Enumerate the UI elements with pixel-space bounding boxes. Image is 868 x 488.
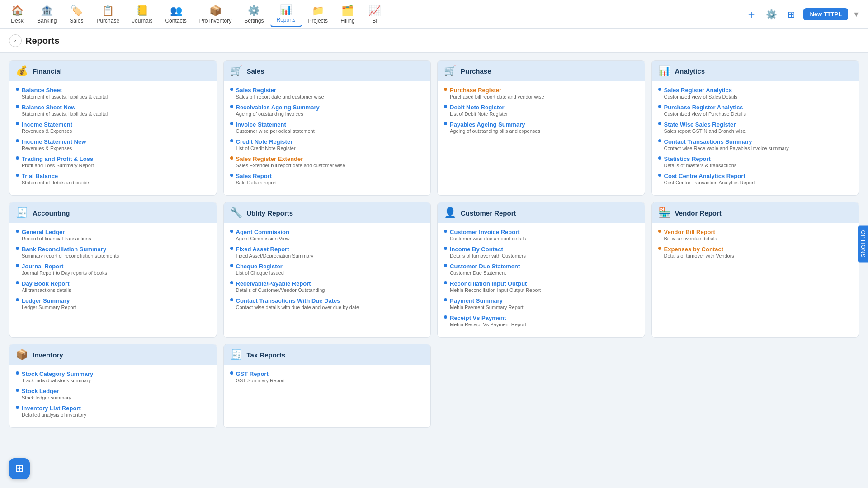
receipt-vs-payment-link[interactable]: Receipt Vs Payment — [450, 314, 506, 321]
dot-icon — [16, 122, 19, 125]
stock-ledger-link[interactable]: Stock Ledger — [22, 388, 59, 394]
nav-purchase[interactable]: 📋 Purchase — [90, 2, 126, 27]
list-item: Sales Report Sale Details report — [230, 173, 425, 185]
list-item: Day Book Report All transactions details — [16, 280, 210, 293]
nav-pro-inventory[interactable]: 📦 Pro Inventory — [193, 2, 238, 27]
sales-register-extender-link[interactable]: Sales Register Extender — [236, 155, 303, 162]
dot-icon — [16, 230, 19, 233]
dot-icon — [444, 315, 447, 319]
vendor-card-header: 🏪 Vendor Report — [652, 202, 859, 223]
receivable-payable-report-link[interactable]: Receivable/Payable Report — [236, 280, 311, 287]
company-name[interactable]: New TTTPL — [803, 8, 848, 20]
contact-transactions-summary-link[interactable]: Contact Transactions Summary — [664, 138, 752, 145]
contact-transactions-due-link[interactable]: Contact Transactions With Due Dates — [236, 297, 340, 304]
dot-icon — [16, 298, 19, 301]
trading-pl-link[interactable]: Trading and Profit & Loss — [22, 155, 93, 162]
list-item: Customer Invoice Report Customer wise du… — [444, 229, 638, 241]
debit-note-register-link[interactable]: Debit Note Register — [450, 104, 505, 111]
purchase-register-link[interactable]: Purchase Register — [450, 87, 501, 94]
credit-note-register-link[interactable]: Credit Note Register — [236, 138, 293, 145]
settings-icon: ⚙️ — [248, 5, 260, 17]
dot-icon — [658, 122, 661, 125]
cost-centre-analytics-link[interactable]: Cost Centre Analytics Report — [664, 173, 745, 179]
ledger-summary-link[interactable]: Ledger Summary — [22, 297, 70, 304]
list-item: Stock Category Summary Track individual … — [16, 371, 210, 383]
dot-icon — [16, 281, 19, 284]
day-book-report-link[interactable]: Day Book Report — [22, 280, 69, 287]
vendor-bill-report-link[interactable]: Vendor Bill Report — [664, 229, 715, 235]
nav-filling[interactable]: 🗂️ Filling — [334, 2, 361, 27]
sales-report-link[interactable]: Sales Report — [236, 173, 272, 179]
vendor-icon: 🏪 — [658, 207, 670, 219]
nav-settings[interactable]: ⚙️ Settings — [238, 2, 270, 27]
purchase-register-analytics-link[interactable]: Purchase Register Analytics — [664, 104, 743, 111]
general-ledger-link[interactable]: General Ledger — [22, 229, 65, 235]
analytics-title: Analytics — [675, 67, 705, 75]
reconciliation-input-output-link[interactable]: Reconciliation Input Output — [450, 280, 527, 287]
list-item: Bank Reconciliation Summary Summary repo… — [16, 246, 210, 258]
page-title: Reports — [25, 36, 60, 46]
sales-body: Sales Register Sales bill report date an… — [224, 81, 431, 195]
nav-desk[interactable]: 🏠 Desk — [4, 2, 31, 27]
back-button[interactable]: ‹ — [9, 34, 22, 47]
bank-reconciliation-link[interactable]: Bank Reconciliation Summary — [22, 246, 106, 253]
tax-title: Tax Reports — [247, 351, 286, 359]
sales-register-link[interactable]: Sales Register — [236, 87, 277, 94]
customer-invoice-report-link[interactable]: Customer Invoice Report — [450, 229, 520, 235]
customer-due-statement-link[interactable]: Customer Due Statement — [450, 263, 520, 270]
state-wise-sales-link[interactable]: State Wise Sales Register — [664, 121, 736, 128]
grid-toggle-button[interactable]: ⊞ — [9, 458, 30, 479]
cheque-register-link[interactable]: Cheque Register — [236, 263, 283, 270]
income-statement-new-link[interactable]: Income Statement New — [22, 138, 86, 145]
agent-commission-link[interactable]: Agent Commission — [236, 229, 289, 235]
nav-sales[interactable]: 🏷️ Sales — [63, 2, 90, 27]
expenses-by-contact-link[interactable]: Expenses by Contact — [664, 246, 724, 253]
payables-ageing-link[interactable]: Payables Ageing Summary — [450, 121, 525, 128]
list-item: Reconciliation Input Output Mehin Reconc… — [444, 280, 638, 293]
grid-view-button[interactable]: ⊞ — [783, 7, 799, 22]
dot-icon — [230, 230, 233, 233]
dot-icon — [230, 298, 233, 301]
nav-reports[interactable]: 📊 Reports — [270, 1, 302, 27]
accounting-icon: 🧾 — [16, 207, 28, 219]
income-by-contact-link[interactable]: Income By Contact — [450, 246, 503, 253]
tax-body: GST Report GST Summary Report — [224, 365, 431, 393]
nav-journals[interactable]: 📒 Journals — [126, 2, 159, 27]
dot-icon — [16, 174, 19, 177]
options-tab[interactable]: OPTIONS — [858, 225, 868, 262]
balance-sheet-link[interactable]: Balance Sheet — [22, 87, 62, 94]
stock-category-summary-link[interactable]: Stock Category Summary — [22, 371, 93, 377]
list-item: Trading and Profit & Loss Profit and Los… — [16, 155, 210, 168]
settings-button[interactable]: ⚙️ — [764, 7, 779, 22]
projects-icon: 📁 — [312, 5, 324, 17]
trial-balance-link[interactable]: Trial Balance — [22, 173, 58, 179]
invoice-statement-link[interactable]: Invoice Statement — [236, 121, 286, 128]
journal-report-link[interactable]: Journal Report — [22, 263, 63, 270]
nav-contacts[interactable]: 👥 Contacts — [159, 2, 193, 27]
dot-icon — [16, 247, 19, 250]
statistics-report-link[interactable]: Statistics Report — [664, 155, 711, 162]
inventory-list-report-link[interactable]: Inventory List Report — [22, 405, 81, 412]
nav-bi[interactable]: 📈 BI — [361, 2, 388, 27]
dot-icon — [230, 174, 233, 177]
list-item: Receivable/Payable Report Details of Cus… — [230, 280, 425, 293]
sales-register-analytics-link[interactable]: Sales Register Analytics — [664, 87, 732, 94]
income-statement-link[interactable]: Income Statement — [22, 121, 72, 128]
fixed-asset-report-link[interactable]: Fixed Asset Report — [236, 246, 289, 253]
list-item: Sales Register Extender Sales Extender b… — [230, 155, 425, 168]
payment-summary-link[interactable]: Payment Summary — [450, 297, 503, 304]
dot-icon — [658, 247, 661, 250]
receivables-ageing-link[interactable]: Receivables Ageing Summary — [236, 104, 320, 111]
income-statement-desc: Revenues & Expenses — [22, 128, 210, 134]
list-item: Contact Transactions With Due Dates Cont… — [230, 297, 425, 310]
list-item: Trial Balance Statement of debits and cr… — [16, 173, 210, 185]
dot-icon — [16, 156, 19, 160]
balance-sheet-new-link[interactable]: Balance Sheet New — [22, 104, 75, 111]
filling-icon: 🗂️ — [341, 5, 354, 17]
dot-icon — [16, 389, 19, 392]
nav-projects[interactable]: 📁 Projects — [302, 2, 334, 27]
list-item: Cheque Register List of Cheque Issued — [230, 263, 425, 276]
nav-banking[interactable]: 🏦 Banking — [31, 2, 63, 27]
add-button[interactable]: ＋ — [744, 7, 759, 22]
gst-report-link[interactable]: GST Report — [236, 371, 269, 377]
